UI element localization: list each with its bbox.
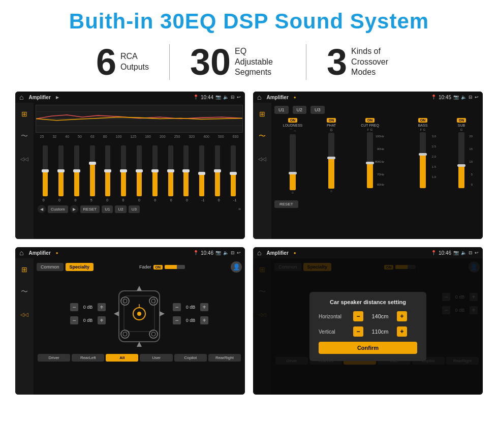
camera-icon-4: 📷 <box>453 250 459 255</box>
eq-speaker-icon[interactable]: ◁◁ <box>17 152 32 166</box>
back-icon-2[interactable]: ↩ <box>475 95 479 100</box>
volume-icon-3: 🔈 <box>223 250 229 255</box>
rearright-button[interactable]: RearRight <box>208 354 241 362</box>
sub-on[interactable]: ON <box>457 118 466 123</box>
profile-icon-3[interactable]: 👤 <box>231 261 242 273</box>
common-tab[interactable]: Common <box>37 263 64 271</box>
fader-on-btn[interactable]: ON <box>153 265 163 270</box>
specialty-tab[interactable]: Specialty <box>66 263 94 271</box>
eq-custom-button[interactable]: Custom <box>48 205 68 213</box>
eq-slider-13[interactable] <box>231 145 236 196</box>
fader-sliders-icon[interactable]: ⊞ <box>17 262 32 277</box>
eq-slider-10[interactable] <box>183 145 189 196</box>
right-top-minus[interactable]: − <box>173 303 181 311</box>
back-icon-3[interactable]: ↩ <box>237 250 241 255</box>
eq-val-7: 0 <box>137 198 142 202</box>
eq-u2-button[interactable]: U2 <box>115 205 126 213</box>
eq-val-9: 0 <box>169 198 174 202</box>
driver-button[interactable]: Driver <box>38 354 70 362</box>
fader-wave-icon[interactable]: 〜 <box>17 285 32 299</box>
left-bottom-value: 0 dB <box>80 318 96 323</box>
eq-slider-8[interactable] <box>152 145 158 196</box>
eq-slider-1[interactable] <box>43 145 48 196</box>
home-icon-4[interactable]: ⌂ <box>257 249 261 257</box>
sub-val3: 10 <box>469 160 473 163</box>
eq-slider-9[interactable] <box>168 145 173 196</box>
eq-slider-11[interactable] <box>199 145 204 196</box>
horizontal-row: Horizontal − 140cm + <box>319 311 417 321</box>
status-bar-3: ⌂ Amplifier ● 📍 10:46 📷 🔈 ⊟ ↩ <box>15 247 245 258</box>
eq-slider-7[interactable] <box>137 145 142 196</box>
phat-on[interactable]: ON <box>327 118 336 123</box>
back-icon-4[interactable]: ↩ <box>475 250 479 255</box>
eq-prev-button[interactable]: ◀ <box>38 205 46 213</box>
loudness-slider[interactable] <box>290 134 296 190</box>
eq-slider-5[interactable] <box>105 145 110 196</box>
rearleft-button[interactable]: RearLeft <box>72 354 104 362</box>
crossover-main-panel: U1 U2 U3 ON LOUDNESS ⌒ ⌣ <box>271 103 483 239</box>
crossover-reset-button[interactable]: RESET <box>274 200 298 208</box>
status-time-3: 10:46 <box>201 250 213 256</box>
copilot-button[interactable]: Copilot <box>174 354 207 362</box>
cutfreq-slider[interactable]: 100Hz 90Hz 80KHz 70Hz 60Hz <box>367 132 373 188</box>
u2-preset[interactable]: U2 <box>293 106 307 114</box>
horizontal-minus-button[interactable]: − <box>353 311 363 321</box>
vertical-plus-button[interactable]: + <box>397 326 407 337</box>
back-icon-1[interactable]: ↩ <box>237 95 241 100</box>
home-icon-1[interactable]: ⌂ <box>19 93 23 101</box>
eq-values-row: 0 0 0 5 0 0 0 0 0 0 -1 0 -1 <box>36 198 243 202</box>
fader-slider-bar[interactable] <box>165 265 185 269</box>
eq-reset-button[interactable]: RESET <box>80 205 100 213</box>
bass-on[interactable]: ON <box>418 118 428 123</box>
cutfreq-on[interactable]: ON <box>365 118 375 123</box>
eq-slider-4[interactable] <box>90 145 95 196</box>
screen-eq: ⌂ Amplifier ▶ 📍 10:44 📷 🔈 ⊟ ↩ ⊞ 〜 ◁◁ <box>15 92 245 239</box>
home-icon-2[interactable]: ⌂ <box>257 93 261 101</box>
eq-u3-button[interactable]: U3 <box>129 205 140 213</box>
left-top-db: − 0 dB + <box>70 303 106 311</box>
left-bottom-minus[interactable]: − <box>70 316 78 324</box>
u1-preset[interactable]: U1 <box>274 106 289 114</box>
right-top-db: − 0 dB + <box>173 303 208 311</box>
loudness-on[interactable]: ON <box>288 118 298 123</box>
horizontal-plus-button[interactable]: + <box>397 311 407 321</box>
left-top-plus[interactable]: + <box>98 303 106 311</box>
camera-icon-1: 📷 <box>215 95 221 100</box>
home-icon-3[interactable]: ⌂ <box>19 249 23 257</box>
phat-strip: ON PHAT G 0 <box>313 118 350 193</box>
fader-speaker-icon[interactable]: ◁◁ <box>17 307 32 321</box>
sub-val5: 0 <box>471 183 473 186</box>
left-top-value: 0 dB <box>80 305 96 310</box>
phat-slider[interactable] <box>328 133 334 189</box>
svg-point-9 <box>123 299 127 303</box>
sub-slider[interactable]: 20 15 10 5 0 <box>458 132 464 188</box>
confirm-button[interactable]: Confirm <box>319 342 417 354</box>
eq-slider-12[interactable] <box>215 145 220 196</box>
all-button[interactable]: All <box>106 354 138 362</box>
u3-preset[interactable]: U3 <box>310 106 325 114</box>
eq-sliders-icon[interactable]: ⊞ <box>17 107 32 121</box>
stat-rca-number: 6 <box>96 44 116 80</box>
crossover-sliders-icon[interactable]: ⊞ <box>255 107 269 121</box>
eq-slider-2[interactable] <box>58 145 64 196</box>
eq-slider-6[interactable] <box>121 145 126 196</box>
right-bottom-plus[interactable]: + <box>200 316 208 324</box>
eq-slider-3[interactable] <box>74 145 79 196</box>
bass-slider[interactable]: 3.0 2.5 2.0 1.5 1.0 <box>420 132 426 188</box>
crossover-wave-icon[interactable]: 〜 <box>255 129 269 143</box>
eq-u1-button[interactable]: U1 <box>102 205 113 213</box>
eq-val-1: 0 <box>41 198 46 202</box>
right-bottom-minus[interactable]: − <box>173 316 181 324</box>
user-button[interactable]: User <box>140 354 172 362</box>
right-top-plus[interactable]: + <box>200 303 208 311</box>
svg-marker-18 <box>114 311 119 316</box>
left-top-minus[interactable]: − <box>70 303 78 311</box>
left-bottom-plus[interactable]: + <box>98 316 106 324</box>
crossover-speaker-icon[interactable]: ◁◁ <box>255 152 269 166</box>
fader-tabs-row: Common Specialty Fader ON 👤 <box>37 261 242 273</box>
svg-point-14 <box>149 330 158 338</box>
eq-wave-icon[interactable]: 〜 <box>17 129 32 143</box>
phat-scale: 0 <box>330 190 332 193</box>
eq-next-button[interactable]: ▶ <box>70 205 78 213</box>
vertical-minus-button[interactable]: − <box>353 326 363 337</box>
